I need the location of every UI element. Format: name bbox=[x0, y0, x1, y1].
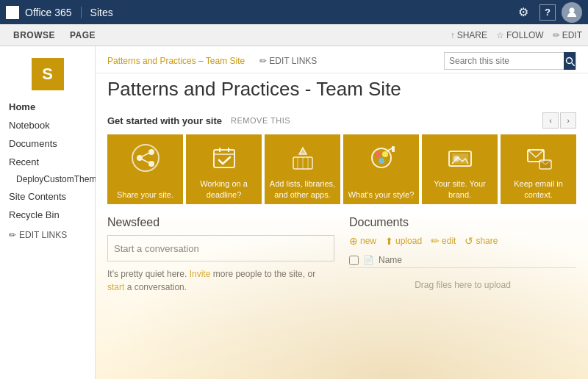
sidebar-item-recycle-bin[interactable]: Recycle Bin bbox=[0, 206, 95, 224]
tile-style[interactable]: What's your style? bbox=[343, 134, 419, 204]
top-bar-right: ⚙ ? bbox=[513, 2, 582, 23]
browse-tab[interactable]: BROWSE bbox=[6, 24, 62, 46]
tile-apps-label: Add lists, libraries, and other apps. bbox=[269, 178, 336, 200]
two-col: Newsfeed It's pretty quiet here. Invite … bbox=[107, 216, 576, 302]
tile-brand-icon-area bbox=[422, 142, 498, 174]
tile-deadline[interactable]: Working on a deadline? bbox=[186, 134, 262, 204]
edit-links-label: EDIT LINKS bbox=[19, 230, 67, 240]
documents-column: Documents ⊕ new ⬆ upload ✏ edit bbox=[349, 216, 576, 302]
apps-tile-icon bbox=[287, 142, 319, 174]
svg-rect-26 bbox=[392, 146, 395, 152]
svg-point-4 bbox=[570, 7, 575, 12]
svg-rect-3 bbox=[13, 13, 17, 17]
sidebar-item-deploycustomtheme[interactable]: DeployCustomTheme bbox=[0, 171, 95, 187]
svg-point-8 bbox=[137, 155, 143, 161]
office365-label[interactable]: Office 365 bbox=[25, 7, 82, 18]
get-started-header: Get started with your site REMOVE THIS ‹… bbox=[107, 107, 576, 129]
doc-icon-col: 📄 bbox=[363, 255, 374, 265]
new-label: new bbox=[360, 236, 376, 246]
site-logo[interactable]: S bbox=[32, 58, 64, 90]
share-tile-icon bbox=[129, 142, 162, 174]
breadcrumb-link[interactable]: Patterns and Practices – Team Site bbox=[107, 56, 245, 66]
tile-apps[interactable]: Add lists, libraries, and other apps. bbox=[265, 134, 340, 204]
newsfeed-hint: It's pretty quiet here. Invite more peop… bbox=[107, 267, 334, 294]
tile-brand-label: Your site. Your brand. bbox=[426, 178, 493, 200]
share-action[interactable]: ↑ SHARE bbox=[451, 30, 487, 40]
start-link[interactable]: start bbox=[107, 282, 124, 292]
sidebar: S Home Notebook Documents Recent DeployC… bbox=[0, 46, 96, 379]
next-arrow[interactable]: › bbox=[560, 112, 576, 129]
edit-label: EDIT bbox=[562, 30, 582, 40]
share-doc-icon: ↺ bbox=[465, 235, 473, 247]
doc-new-button[interactable]: ⊕ new bbox=[349, 235, 376, 247]
newsfeed-column: Newsfeed It's pretty quiet here. Invite … bbox=[107, 216, 334, 302]
help-icon[interactable]: ? bbox=[539, 4, 556, 21]
email-tile-icon bbox=[523, 142, 555, 174]
breadcrumb[interactable]: Patterns and Practices – Team Site bbox=[107, 56, 245, 66]
prev-arrow[interactable]: ‹ bbox=[542, 112, 559, 129]
sidebar-item-documents[interactable]: Documents bbox=[0, 134, 95, 153]
doc-edit-button[interactable]: ✏ edit bbox=[431, 235, 456, 247]
grid-icon[interactable] bbox=[6, 6, 19, 19]
edit-links-button[interactable]: ✏ EDIT LINKS bbox=[259, 56, 317, 66]
doc-share-button[interactable]: ↺ share bbox=[465, 235, 498, 247]
follow-icon: ☆ bbox=[496, 30, 504, 40]
svg-rect-0 bbox=[8, 8, 12, 12]
sidebar-item-home[interactable]: Home bbox=[0, 98, 95, 116]
sidebar-item-recent[interactable]: Recent bbox=[0, 153, 95, 171]
share-icon: ↑ bbox=[451, 30, 455, 40]
svg-rect-13 bbox=[214, 150, 234, 167]
avatar[interactable] bbox=[562, 2, 582, 23]
sub-nav-actions: ↑ SHARE ☆ FOLLOW ✏ EDIT bbox=[451, 30, 582, 40]
search-input[interactable] bbox=[445, 56, 564, 66]
tile-deadline-icon-area bbox=[186, 142, 262, 174]
svg-line-11 bbox=[142, 154, 148, 157]
upload-label: upload bbox=[395, 236, 422, 246]
svg-point-24 bbox=[379, 158, 384, 164]
follow-action[interactable]: ☆ FOLLOW bbox=[496, 30, 544, 40]
newsfeed-input[interactable] bbox=[107, 235, 334, 261]
newsfeed-hint-after: a conversation. bbox=[124, 282, 187, 292]
svg-point-23 bbox=[382, 151, 388, 157]
content-header: Patterns and Practices – Team Site ✏ EDI… bbox=[96, 46, 588, 73]
style-tile-icon bbox=[365, 142, 398, 174]
edit-doc-label: edit bbox=[442, 236, 456, 246]
tile-share[interactable]: Share your site. bbox=[107, 134, 183, 204]
doc-upload-button[interactable]: ⬆ upload bbox=[385, 236, 422, 247]
search-button[interactable] bbox=[564, 52, 576, 70]
svg-rect-2 bbox=[8, 13, 12, 17]
sidebar-item-notebook[interactable]: Notebook bbox=[0, 116, 95, 134]
tile-email-icon-area bbox=[501, 142, 576, 174]
invite-link[interactable]: Invite bbox=[190, 269, 211, 279]
logo-letter: S bbox=[42, 65, 53, 84]
svg-point-22 bbox=[375, 151, 381, 157]
sidebar-item-site-contents[interactable]: Site Contents bbox=[0, 187, 95, 206]
edit-doc-icon: ✏ bbox=[431, 235, 440, 247]
upload-icon: ⬆ bbox=[385, 236, 393, 247]
pencil-icon: ✏ bbox=[259, 56, 267, 66]
documents-toolbar: ⊕ new ⬆ upload ✏ edit ↺ bbox=[349, 235, 576, 247]
doc-select-all[interactable] bbox=[349, 256, 359, 265]
sidebar-edit-links[interactable]: ✏ EDIT LINKS bbox=[0, 224, 95, 246]
gear-icon[interactable]: ⚙ bbox=[513, 2, 534, 23]
remove-this-button[interactable]: REMOVE THIS bbox=[231, 116, 290, 125]
tile-email[interactable]: Keep email in context. bbox=[501, 134, 576, 204]
get-started-nav: ‹ › bbox=[542, 112, 576, 129]
page-title: Patterns and Practices - Team Site bbox=[96, 73, 588, 107]
svg-line-12 bbox=[142, 159, 148, 163]
get-started-title: Get started with your site bbox=[107, 115, 222, 126]
tile-email-label: Keep email in context. bbox=[505, 178, 572, 200]
svg-point-9 bbox=[148, 149, 154, 155]
newsfeed-hint-middle: more people to the site, or bbox=[210, 269, 315, 279]
sites-label[interactable]: Sites bbox=[90, 7, 113, 18]
page-tab[interactable]: PAGE bbox=[62, 24, 103, 46]
svg-point-5 bbox=[566, 57, 572, 63]
svg-line-6 bbox=[572, 63, 575, 66]
edit-links-text: EDIT LINKS bbox=[269, 56, 317, 66]
deadline-tile-icon bbox=[208, 142, 240, 174]
newsfeed-title: Newsfeed bbox=[107, 216, 334, 229]
tile-share-label: Share your site. bbox=[117, 190, 173, 200]
edit-action[interactable]: ✏ EDIT bbox=[553, 30, 582, 40]
doc-name-col: Name bbox=[379, 255, 402, 265]
tile-brand[interactable]: Your site. Your brand. bbox=[422, 134, 498, 204]
